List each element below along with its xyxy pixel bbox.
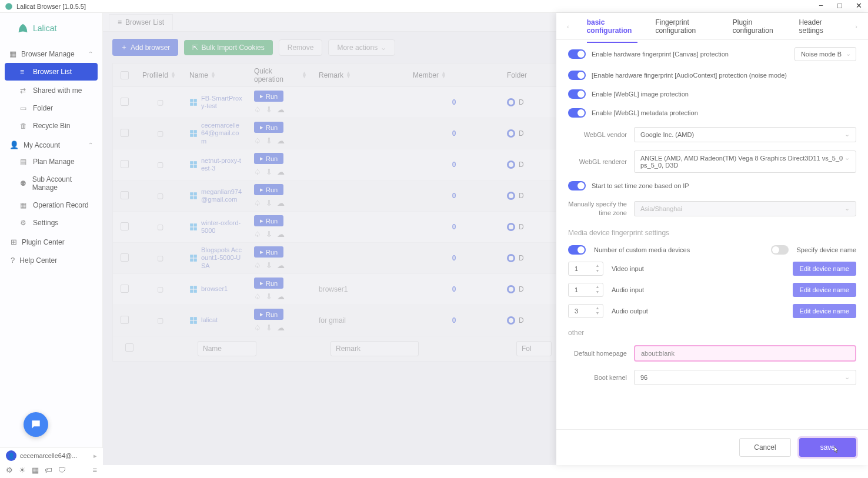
panel-tabs: ‹ basic configuration Fingerprint config… xyxy=(556,13,868,40)
tz-manual-select: Asia/Shanghai xyxy=(634,201,856,216)
up-icon[interactable]: ▲ xyxy=(593,306,602,311)
folder-icon: ▭ xyxy=(20,104,28,112)
sidebar-item-help-center[interactable]: ?Help Center xyxy=(0,250,102,268)
sidebar-section-browser-manage[interactable]: ▦Browser Manage ⌃ xyxy=(0,44,102,62)
edit-video-device-button[interactable]: Edit device name xyxy=(793,262,856,276)
kernel-label: Boot kernel xyxy=(568,374,627,381)
tz-ip-label: Start to set time zone based on IP xyxy=(592,182,856,189)
video-input-stepper[interactable]: 1▲▼ xyxy=(568,262,603,276)
gear-icon: ⚙ xyxy=(20,219,28,227)
window-minimize-button[interactable]: − xyxy=(815,1,827,10)
cancel-button[interactable]: Cancel xyxy=(739,438,790,457)
logo-text: Lalicat xyxy=(33,24,56,33)
cursor-icon xyxy=(832,445,841,457)
grid-icon[interactable]: ▦ xyxy=(32,466,39,474)
username: cecemarcelle64@... xyxy=(20,452,77,459)
sidebar-item-plugin-center[interactable]: ⊞Plugin Center xyxy=(0,232,102,250)
tag-icon[interactable]: 🏷 xyxy=(45,466,52,474)
webgl-renderer-label: WebGL renderer xyxy=(568,158,627,165)
sidebar: Lalicat ▦Browser Manage ⌃ ≡ Browser List… xyxy=(0,13,103,465)
canvas-mode-select[interactable]: Noise mode B xyxy=(794,47,856,61)
sidebar-section-my-account[interactable]: 👤My Account ⌃ xyxy=(0,135,102,153)
svg-point-0 xyxy=(5,3,12,10)
panel-footer: Cancel save xyxy=(556,429,868,465)
webgl-renderer-select[interactable]: ANGLE (AMD, AMD Radeon(TM) Vega 8 Graphi… xyxy=(634,151,856,173)
kernel-select[interactable]: 96 xyxy=(634,370,856,385)
chevron-right-icon: ▸ xyxy=(94,452,97,460)
audio-input-stepper[interactable]: 1▲▼ xyxy=(568,283,603,297)
logo-icon xyxy=(16,22,29,35)
media-section-title: Media device fingerprint settings xyxy=(568,229,856,237)
homepage-input[interactable] xyxy=(634,345,856,362)
webgl-vendor-select[interactable]: Google Inc. (AMD) xyxy=(634,127,856,142)
window-titlebar: Lalicat Browser [1.0.5.5] − □ ✕ xyxy=(0,0,868,13)
audio-label: [Enable hardware fingerprint [AudioConte… xyxy=(592,72,856,79)
video-input-label: Video input xyxy=(612,265,659,272)
window-title: Lalicat Browser [1.0.5.5] xyxy=(16,3,86,10)
sidebar-item-browser-list[interactable]: ≡ Browser List xyxy=(5,63,98,81)
tab-basic-config[interactable]: basic configuration xyxy=(587,18,638,43)
sidebar-item-plan[interactable]: ▤ Plan Manage xyxy=(0,153,102,171)
users-icon: ⚉ xyxy=(20,179,28,188)
bottom-icons: ⚙ ☀ ▦ 🏷 🛡 ≡ xyxy=(0,463,103,477)
sidebar-item-shared[interactable]: ⇄ Shared with me xyxy=(0,82,102,99)
window-close-button[interactable]: ✕ xyxy=(853,1,864,10)
sidebar-item-subaccount[interactable]: ⚉ Sub Account Manage xyxy=(0,171,102,196)
audio-input-label: Audio input xyxy=(612,286,659,293)
toggle-canvas-protection[interactable] xyxy=(568,49,586,59)
audio-output-label: Audio output xyxy=(612,307,659,315)
trash-icon: 🗑 xyxy=(20,122,28,130)
tab-fingerprint-config[interactable]: Fingerprint configuration xyxy=(655,18,715,35)
homepage-label: Default homepage xyxy=(568,350,627,357)
sidebar-item-recycle[interactable]: 🗑 Recycle Bin xyxy=(0,117,102,135)
shield-icon[interactable]: 🛡 xyxy=(58,466,66,474)
tab-header-settings[interactable]: Header settings xyxy=(799,18,837,35)
chat-icon xyxy=(30,419,42,430)
toggle-custom-media[interactable] xyxy=(568,245,586,255)
gear-icon[interactable]: ⚙ xyxy=(6,466,13,474)
down-icon[interactable]: ▼ xyxy=(593,290,602,295)
custom-media-label: Number of custom media devices xyxy=(594,246,763,253)
list-icon: ≡ xyxy=(20,68,28,76)
down-icon[interactable]: ▼ xyxy=(593,269,602,274)
webgl-vendor-label: WebGL vendor xyxy=(568,131,627,138)
user-row[interactable]: 👤 cecemarcelle64@... ▸ xyxy=(0,448,103,463)
record-icon: ▦ xyxy=(20,201,28,209)
webgl-image-label: Enable [WebGL] image protection xyxy=(592,91,856,98)
config-panel: ‹ basic configuration Fingerprint config… xyxy=(556,13,868,465)
sidebar-item-settings[interactable]: ⚙ Settings xyxy=(0,214,102,232)
chevron-up-icon: ⌃ xyxy=(88,142,93,148)
tz-manual-label: Manually specify the time zone xyxy=(568,200,627,218)
tabs-next-icon[interactable]: › xyxy=(855,23,857,30)
document-icon: ▤ xyxy=(20,158,28,166)
chevron-up-icon: ⌃ xyxy=(88,51,93,57)
toggle-webgl-meta[interactable] xyxy=(568,108,586,118)
sun-icon[interactable]: ☀ xyxy=(19,466,26,474)
edit-audio-input-button[interactable]: Edit device name xyxy=(793,283,856,297)
window-maximize-button[interactable]: □ xyxy=(834,1,846,10)
tabs-prev-icon[interactable]: ‹ xyxy=(567,23,569,30)
sidebar-item-folder[interactable]: ▭ Folder xyxy=(0,99,102,117)
toggle-audio-protection[interactable] xyxy=(568,71,586,80)
logo: Lalicat xyxy=(0,13,102,44)
toggle-specify-device[interactable] xyxy=(771,245,789,255)
sidebar-item-operation[interactable]: ▦ Operation Record xyxy=(0,196,102,214)
panel-body: Enable hardware fingerprint [Canvas] pro… xyxy=(556,40,868,429)
edit-audio-output-button[interactable]: Edit device name xyxy=(793,304,856,318)
toggle-timezone-ip[interactable] xyxy=(568,181,586,190)
other-section-title: other xyxy=(568,329,856,337)
up-icon[interactable]: ▲ xyxy=(593,285,602,290)
up-icon[interactable]: ▲ xyxy=(593,263,602,269)
tab-plugin-config[interactable]: Plugin configuration xyxy=(733,18,782,35)
app-icon xyxy=(5,2,13,11)
down-icon[interactable]: ▼ xyxy=(593,311,602,316)
canvas-label: Enable hardware fingerprint [Canvas] pro… xyxy=(592,51,789,58)
specify-device-label: Specify device name xyxy=(797,246,857,253)
collapse-icon[interactable]: ≡ xyxy=(92,466,97,474)
avatar: 👤 xyxy=(6,450,16,461)
audio-output-stepper[interactable]: 3▲▼ xyxy=(568,304,603,318)
sidebar-bottom: 👤 cecemarcelle64@... ▸ ⚙ ☀ ▦ 🏷 🛡 ≡ xyxy=(0,447,103,478)
toggle-webgl-image[interactable] xyxy=(568,89,586,99)
save-button[interactable]: save xyxy=(799,438,856,457)
chat-bubble-button[interactable] xyxy=(24,412,48,437)
